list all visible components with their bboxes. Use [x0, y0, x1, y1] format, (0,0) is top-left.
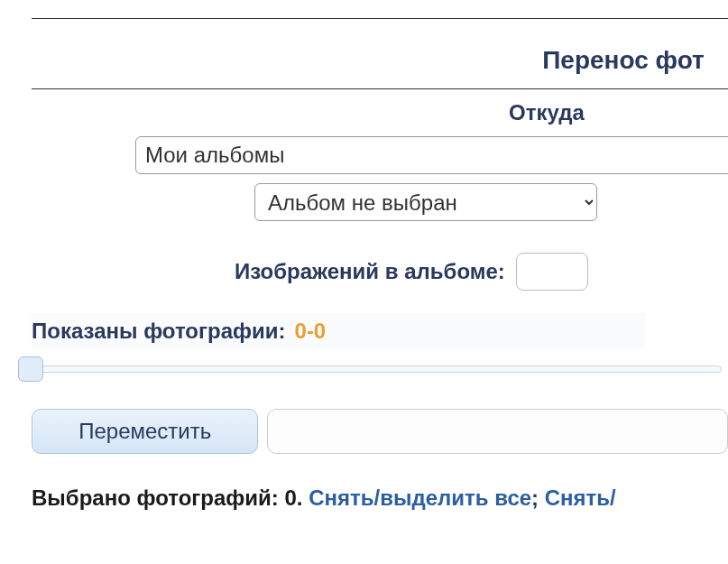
- album-select[interactable]: Альбом не выбран: [254, 183, 597, 221]
- shown-range: 0-0: [295, 319, 327, 344]
- images-count-box: [516, 253, 588, 291]
- selection-dot: .: [297, 485, 309, 510]
- photo-slider[interactable]: [18, 355, 722, 382]
- images-count-label: Изображений в альбоме:: [235, 259, 505, 284]
- slider-thumb[interactable]: [18, 356, 43, 382]
- shown-label: Показаны фотографии:: [32, 319, 286, 344]
- selection-separator: ;: [531, 485, 545, 510]
- selection-row: Выбрано фотографий: 0. Снять/выделить вс…: [32, 485, 728, 511]
- secondary-box[interactable]: [267, 409, 728, 454]
- albums-input[interactable]: [135, 136, 728, 174]
- divider-top: [32, 18, 728, 19]
- slider-track: [32, 365, 722, 373]
- toggle-all-link[interactable]: Снять/выделить все: [309, 485, 531, 510]
- divider-mid: [32, 88, 728, 89]
- toggle-partial-link[interactable]: Снять/: [545, 485, 616, 510]
- page-title: Перенос фот: [32, 46, 728, 75]
- move-button[interactable]: Переместить: [32, 409, 258, 454]
- source-label: Откуда: [32, 100, 728, 125]
- selection-label: Выбрано фотографий:: [32, 485, 285, 510]
- selection-count: 0: [285, 485, 297, 510]
